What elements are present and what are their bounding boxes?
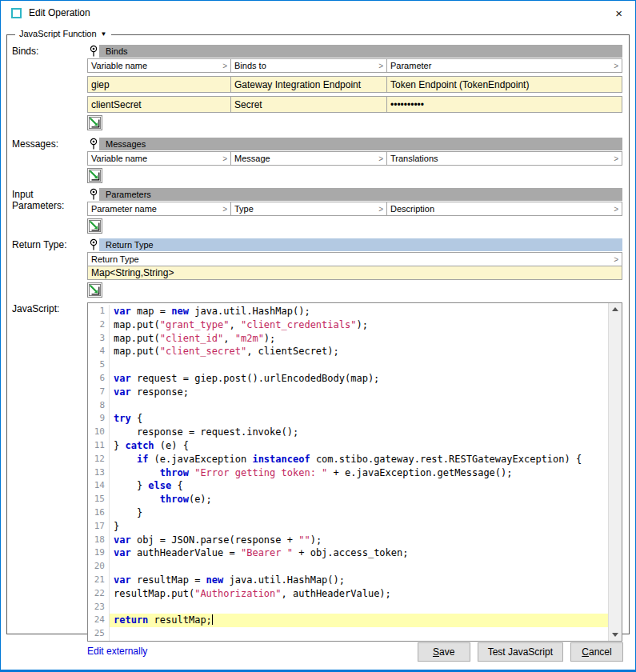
javascript-label: JavaScript: xyxy=(12,302,87,314)
code-line[interactable]: 12 if (e.javaException instanceof com.st… xyxy=(88,453,608,466)
line-number: 8 xyxy=(88,399,110,413)
column-header[interactable]: Message> xyxy=(231,151,387,166)
pin-icon[interactable] xyxy=(87,138,99,150)
column-header[interactable]: Parameter> xyxy=(387,58,622,73)
code-line[interactable]: 13 throw "Error getting token: " + e.jav… xyxy=(88,466,608,480)
groupbox-legend[interactable]: JavaScript Function ▼ xyxy=(15,29,111,38)
edit-messages-button[interactable] xyxy=(87,168,102,183)
binds-section-header[interactable]: Binds xyxy=(99,45,622,58)
code-line[interactable]: 11} catch (e) { xyxy=(88,439,608,453)
code-line[interactable]: 1var map = new java.util.HashMap(); xyxy=(88,305,608,318)
edit-parameters-button[interactable] xyxy=(87,218,102,234)
column-header[interactable]: Type> xyxy=(231,202,387,216)
code-line[interactable]: 9try { xyxy=(88,412,608,426)
code-line[interactable]: 14 } else { xyxy=(88,479,608,493)
edit-pencil-icon xyxy=(89,220,101,232)
code-line[interactable]: 22resultMap.put("Authorization", authHea… xyxy=(88,587,608,601)
line-number: 20 xyxy=(88,560,110,574)
table-row[interactable]: Map<String,String> xyxy=(87,266,622,280)
code-line[interactable]: 15 throw(e); xyxy=(88,493,608,506)
table-row[interactable]: clientSecret Secret •••••••••• xyxy=(87,96,622,113)
return-type-section-header[interactable]: Return Type xyxy=(99,238,622,251)
pin-icon[interactable] xyxy=(87,238,99,251)
window-title: Edit Operation xyxy=(29,7,90,18)
close-icon[interactable]: × xyxy=(610,5,627,22)
line-number: 24 xyxy=(88,614,110,627)
column-header[interactable]: Translations> xyxy=(387,151,622,166)
line-number: 19 xyxy=(88,546,110,560)
edit-operation-dialog: Edit Operation × JavaScript Function ▼ B… xyxy=(0,0,636,672)
bind-parameter-cell[interactable]: •••••••••• xyxy=(387,96,622,113)
code-line[interactable]: 23 xyxy=(88,601,608,614)
sort-chevron-icon: > xyxy=(378,154,383,163)
pin-icon[interactable] xyxy=(87,188,99,201)
code-line[interactable]: 16 } xyxy=(88,506,608,520)
title-bar: Edit Operation × xyxy=(1,1,635,25)
return-type-value-cell[interactable]: Map<String,String> xyxy=(87,266,622,280)
bind-target-cell[interactable]: Gateway Integration Endpoint xyxy=(231,76,387,93)
code-line[interactable]: 2map.put("grant_type", "client_credentia… xyxy=(88,318,608,332)
return-type-table: Return Type> Map<String,String> xyxy=(87,252,622,280)
line-number: 23 xyxy=(88,601,110,614)
sort-chevron-icon: > xyxy=(614,255,618,264)
column-header[interactable]: Return Type> xyxy=(87,252,622,266)
sort-chevron-icon: > xyxy=(614,154,618,163)
code-line[interactable]: 20 xyxy=(88,560,608,574)
chevron-down-icon[interactable]: ▼ xyxy=(101,30,107,38)
line-number: 12 xyxy=(88,453,110,466)
code-line[interactable]: 19var authHeaderValue = "Bearer " + obj.… xyxy=(88,546,608,560)
window-icon xyxy=(11,8,22,18)
return-type-label: Return Type: xyxy=(12,238,87,250)
code-editor[interactable]: 1var map = new java.util.HashMap();2map.… xyxy=(87,302,622,642)
code-line[interactable]: 4map.put("client_secret", clientSecret); xyxy=(88,345,608,358)
line-number: 3 xyxy=(88,332,110,346)
column-header[interactable]: Parameter name> xyxy=(87,202,231,216)
code-line[interactable]: 8 xyxy=(88,399,608,413)
table-row[interactable]: giep Gateway Integration Endpoint Token … xyxy=(87,76,622,93)
parameters-label: Input Parameters: xyxy=(12,188,87,211)
sort-chevron-icon: > xyxy=(222,62,227,70)
line-number: 1 xyxy=(88,305,110,318)
scroll-down-icon[interactable] xyxy=(612,633,618,637)
scroll-up-icon[interactable] xyxy=(612,307,618,311)
bind-target-cell[interactable]: Secret xyxy=(231,96,387,113)
pin-icon[interactable] xyxy=(87,45,99,58)
line-number: 9 xyxy=(88,412,110,426)
edit-externally-link[interactable]: Edit externally xyxy=(87,646,147,657)
code-line[interactable]: 18var obj = JSON.parse(response + ""); xyxy=(88,534,608,547)
column-header[interactable]: Description> xyxy=(387,202,622,216)
line-number: 2 xyxy=(88,318,110,332)
line-number: 10 xyxy=(88,426,110,439)
parameters-section-header[interactable]: Parameters xyxy=(99,188,622,201)
edit-return-type-button[interactable] xyxy=(87,282,102,298)
code-line[interactable]: 17} xyxy=(88,520,608,534)
bind-variable-cell[interactable]: giep xyxy=(87,76,231,93)
sort-chevron-icon: > xyxy=(378,205,383,214)
sort-chevron-icon: > xyxy=(222,205,227,214)
code-line[interactable]: 10 response = request.invoke(); xyxy=(88,426,608,439)
binds-header-row: Variable name> Binds to> Parameter> xyxy=(87,58,622,73)
code-line[interactable]: 24return resultMap; xyxy=(88,614,608,627)
line-number: 5 xyxy=(88,358,110,372)
sort-chevron-icon: > xyxy=(614,205,618,214)
code-line[interactable]: 6var request = giep.post().urlEncodedBod… xyxy=(88,372,608,386)
parameters-table: Parameter name> Type> Description> xyxy=(87,202,622,216)
messages-table: Variable name> Message> Translations> xyxy=(87,151,622,166)
code-line[interactable]: 7var response; xyxy=(88,386,608,399)
code-line[interactable]: 25 xyxy=(88,627,608,641)
code-line[interactable]: 3map.put("client_id", "m2m"); xyxy=(88,332,608,346)
column-header[interactable]: Variable name> xyxy=(87,58,231,73)
column-header[interactable]: Variable name> xyxy=(87,151,231,166)
line-number: 4 xyxy=(88,345,110,358)
bind-variable-cell[interactable]: clientSecret xyxy=(87,96,231,113)
edit-binds-button[interactable] xyxy=(87,115,102,130)
code-line[interactable]: 5 xyxy=(88,358,608,372)
messages-section-header[interactable]: Messages xyxy=(99,138,622,150)
column-header[interactable]: Binds to> xyxy=(231,58,387,73)
bind-parameter-cell[interactable]: Token Endpoint (TokenEndpoint) xyxy=(387,76,622,93)
code-line[interactable]: 21var resultMap = new java.util.HashMap(… xyxy=(88,574,608,587)
line-number: 11 xyxy=(88,439,110,453)
line-number: 21 xyxy=(88,574,110,587)
editor-scrollbar[interactable] xyxy=(608,303,622,641)
binds-label: Binds: xyxy=(12,45,87,57)
